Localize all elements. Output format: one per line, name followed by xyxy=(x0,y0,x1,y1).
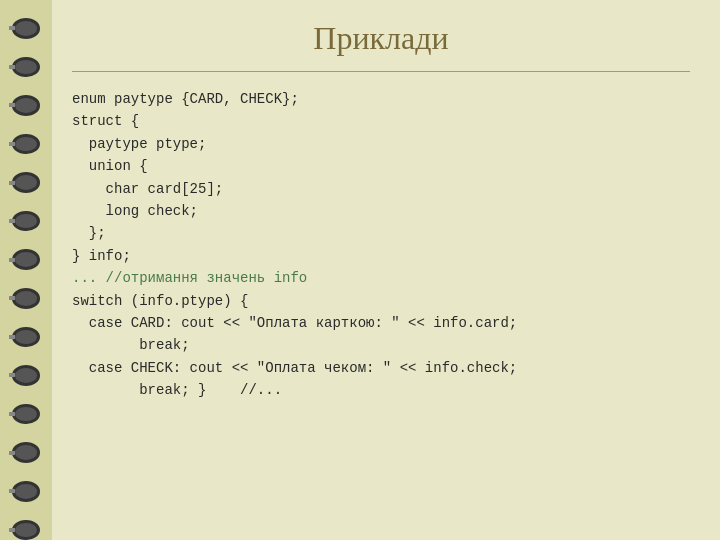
code-line: break; xyxy=(72,334,690,356)
spiral-ring xyxy=(12,404,40,425)
code-line: } info; xyxy=(72,245,690,267)
spiral-binding xyxy=(0,0,52,540)
spiral-ring xyxy=(12,211,40,232)
spiral-ring xyxy=(12,442,40,463)
code-line: break; } //... xyxy=(72,379,690,401)
code-line: long check; xyxy=(72,200,690,222)
spiral-ring xyxy=(12,365,40,386)
spiral-ring xyxy=(12,327,40,348)
code-line: case CHECK: cout << "Оплата чеком: " << … xyxy=(72,357,690,379)
code-line: union { xyxy=(72,155,690,177)
title-divider xyxy=(72,71,690,72)
spiral-ring xyxy=(12,288,40,309)
spiral-ring xyxy=(12,95,40,116)
main-content: Приклади enum paytype {CARD, CHECK};stru… xyxy=(52,0,720,540)
page-title: Приклади xyxy=(72,20,690,57)
spiral-ring xyxy=(12,172,40,193)
code-line: char card[25]; xyxy=(72,178,690,200)
spiral-ring xyxy=(12,481,40,502)
code-line: }; xyxy=(72,222,690,244)
code-line: struct { xyxy=(72,110,690,132)
code-line: enum paytype {CARD, CHECK}; xyxy=(72,88,690,110)
spiral-ring xyxy=(12,18,40,39)
code-block: enum paytype {CARD, CHECK};struct { payt… xyxy=(72,88,690,401)
spiral-ring xyxy=(12,134,40,155)
code-line: switch (info.ptype) { xyxy=(72,290,690,312)
code-line: paytype ptype; xyxy=(72,133,690,155)
code-line: ... //отримання значень info xyxy=(72,267,690,289)
page: Приклади enum paytype {CARD, CHECK};stru… xyxy=(0,0,720,540)
spiral-ring xyxy=(12,249,40,270)
code-line: case CARD: cout << "Оплата карткою: " <<… xyxy=(72,312,690,334)
spiral-ring xyxy=(12,520,40,540)
spiral-ring xyxy=(12,57,40,78)
